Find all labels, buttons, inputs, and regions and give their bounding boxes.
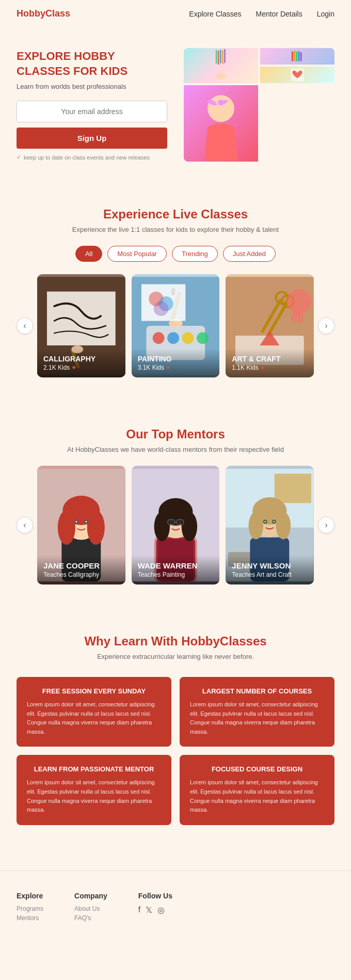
painting-overlay: PAINTING 3.1K Kids ♥ [132,349,220,377]
svg-rect-6 [218,73,219,78]
navbar: HobbyClass Explore Classes Mentor Detail… [0,0,351,27]
classes-title: Experience Live Classes [17,207,334,222]
check-icon: ✓ [17,154,21,161]
twitter-icon[interactable]: 𝕏 [146,905,152,915]
why-card-4-title: FOCUSED COURSE DESIGN [190,765,324,773]
why-card-3: LEARN FROM PASSIONATE MENTOR Lorem ipsum… [17,755,171,825]
footer-about-link[interactable]: About Us [74,905,107,912]
why-card-1-text: Lorem ipsum dolor sit amet, consectetur … [27,700,161,736]
classes-prev-btn[interactable]: ‹ [17,318,33,334]
footer-explore-col: Explore Programs Mentors [17,892,43,924]
svg-point-78 [249,512,263,539]
hero-image-4 [184,85,258,162]
calligraphy-info: 2.1K Kids ♥ [43,364,119,371]
jane-role: Teaches Calligraphy [43,571,119,578]
filter-popular[interactable]: Most Popular [107,246,167,262]
why-card-1-title: FREE SESSION EVERY SUNDAY [27,687,161,695]
why-card-2: LARGEST NUMBER OF COURSES Lorem ipsum do… [180,677,334,747]
svg-rect-10 [294,51,295,61]
artcraft-kids: 1.1K Kids [232,364,258,371]
jane-overlay: JANE COOPER Teaches Calligraphy [37,555,125,584]
class-card-painting[interactable]: PAINTING 3.1K Kids ♥ [132,274,220,377]
logo[interactable]: HobbyClass [17,8,70,19]
jenny-overlay: JENNY WILSON Teaches Art and Craft [226,555,314,584]
svg-point-16 [218,100,224,106]
calligraphy-overlay: CALLIGRAPHY 2.1K Kids ♥ [37,349,125,377]
svg-rect-12 [298,51,299,61]
svg-rect-13 [300,52,301,61]
calligraphy-name: CALLIGRAPHY [43,355,119,363]
email-field[interactable] [17,101,167,122]
nav-mentor-details[interactable]: Mentor Details [256,10,302,18]
mentor-card-jenny[interactable]: JENNY WILSON Teaches Art and Craft [226,466,314,584]
mentor-card-jane[interactable]: JANE COOPER Teaches Calligraphy [37,466,125,584]
mentors-prev-btn[interactable]: ‹ [17,517,33,533]
footer-explore-title: Explore [17,892,43,900]
class-card-calligraphy[interactable]: CALLIGRAPHY 2.1K Kids ♥ [37,274,125,377]
svg-line-43 [296,312,297,322]
why-title: Why Learn With HobbyClasses [17,634,334,649]
mentors-section: Our Top Mentors At HobbyClasses we have … [0,402,351,609]
mentors-subtitle: At HobbyClasses we have world-class ment… [17,446,334,453]
why-subtitle: Experience extracurricular learning like… [17,653,334,660]
classes-section: Experience Live Classes Experience the l… [0,182,351,402]
footer-company-title: Company [74,892,107,900]
svg-point-68 [170,520,173,524]
painting-kids: 3.1K Kids [138,364,164,371]
filter-tabs: All Most Popular Trending Just Added [17,246,334,262]
classes-next-btn[interactable]: › [318,318,334,334]
svg-point-15 [208,95,234,122]
painting-heart-icon: ♥ [166,364,170,371]
why-card-2-title: LARGEST NUMBER OF COURSES [190,687,324,695]
footer-mentors-link[interactable]: Mentors [17,914,43,922]
mentors-carousel: ‹ [17,466,334,584]
svg-point-23 [152,332,164,344]
class-card-artcraft[interactable]: ART & CRAFT 1.1K Kids ♥ [226,274,314,377]
svg-line-44 [299,312,300,323]
svg-point-33 [153,302,168,316]
why-grid: FREE SESSION EVERY SUNDAY Lorem ipsum do… [17,677,334,825]
hero-left: EXPLORE HOBBY CLASSES FOR KIDS Learn fro… [17,49,167,161]
signup-button[interactable]: Sign Up [17,128,167,149]
why-card-3-title: LEARN FROM PASSIONATE MENTOR [27,765,161,773]
instagram-icon[interactable]: ◎ [157,905,165,915]
why-card-3-text: Lorem ipsum dolor sit amet, consectetur … [27,778,161,814]
classes-carousel: ‹ [17,274,334,377]
why-section: Why Learn With HobbyClasses Experience e… [0,609,351,850]
footer-follow-title: Follow Us [138,892,172,900]
filter-trending[interactable]: Trending [172,246,218,262]
hero-subtitle: Learn from worlds best professionals [17,83,167,90]
classes-subtitle: Experience the live 1:1 classes for kids… [17,226,334,233]
svg-rect-8 [222,73,223,78]
svg-rect-4 [224,49,226,63]
filter-just-added[interactable]: Just Added [223,246,276,262]
svg-point-52 [87,511,105,545]
svg-rect-9 [292,51,293,61]
jenny-role: Teaches Art and Craft [232,571,308,578]
svg-rect-2 [220,50,221,64]
footer-company-col: Company About Us FAQ's [74,892,107,924]
why-card-1: FREE SESSION EVERY SUNDAY Lorem ipsum do… [17,677,171,747]
svg-point-26 [197,332,209,344]
mentor-card-wade[interactable]: WADE WARREN Teaches Painting [132,466,220,584]
why-card-2-text: Lorem ipsum dolor sit amet, consectetur … [190,700,324,736]
wade-name: WADE WARREN [138,561,214,570]
mentors-title: Our Top Mentors [17,427,334,441]
svg-rect-3 [222,50,224,64]
nav-links: Explore Classes Mentor Details Login [189,10,334,18]
facebook-icon[interactable]: f [138,905,140,915]
why-card-4-text: Lorem ipsum dolor sit amet, consectetur … [190,778,324,814]
artcraft-heart-icon: ♥ [261,364,264,371]
svg-rect-7 [220,73,221,78]
nav-explore-classes[interactable]: Explore Classes [189,10,241,18]
calligraphy-heart-icon: ♥ [72,364,75,371]
svg-rect-1 [218,51,219,65]
artcraft-overlay: ART & CRAFT 1.1K Kids ♥ [226,349,314,377]
filter-all[interactable]: All [75,246,102,262]
footer-programs-link[interactable]: Programs [17,905,43,912]
wade-role: Teaches Painting [138,571,214,578]
mentors-next-btn[interactable]: › [318,517,334,533]
hero-note: ✓ keep up to date on class events and ne… [17,154,167,161]
nav-login[interactable]: Login [317,10,334,18]
footer-faq-link[interactable]: FAQ's [74,914,107,922]
